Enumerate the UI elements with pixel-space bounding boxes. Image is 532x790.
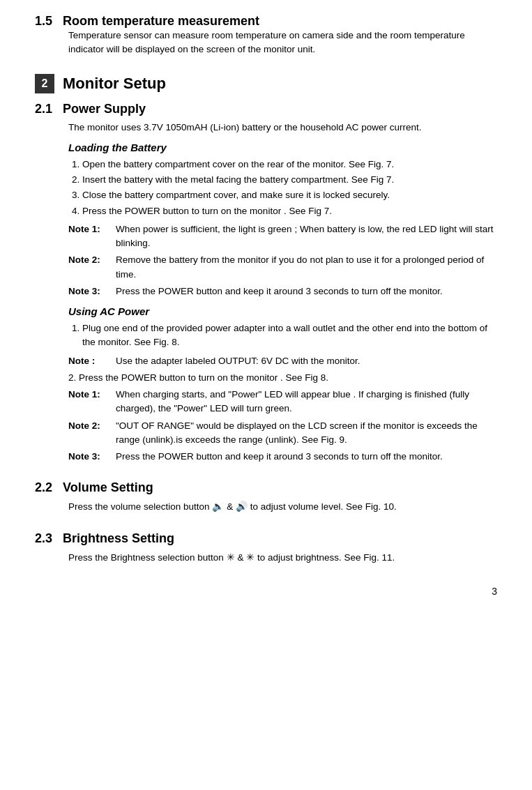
ac-note-2-text: "OUT OF RANGE" would be displayed on the… — [116, 419, 497, 448]
section-1-5-body: Temperature sensor can measure room temp… — [68, 29, 497, 57]
battery-note-1-text: When power is sufficient, the light is g… — [116, 222, 497, 251]
section-2-2-number: 2.2 — [35, 480, 63, 495]
battery-steps-list: Open the battery compartment cover on th… — [82, 158, 497, 218]
ac-note-1-label: Note 1: — [68, 388, 116, 416]
section-2-3-number: 2.3 — [35, 531, 63, 546]
ac-note-2: Note 2: "OUT OF RANGE" would be displaye… — [68, 419, 497, 448]
page-number: 3 — [35, 586, 497, 597]
section-2-3: 2.3 Brightness Setting Press the Brightn… — [35, 531, 497, 565]
ac-note-3-text: Press the POWER button and keep it aroun… — [116, 450, 497, 464]
battery-step-4: Press the POWER button to turn on the mo… — [82, 204, 497, 218]
section-1-5-title: Room temperature measurement — [63, 14, 259, 29]
brightness-body-prefix: Press the Brightness selection button — [68, 552, 224, 563]
ac-step-1: Plug one end of the provided power adapt… — [82, 321, 497, 350]
battery-step-3: Close the battery compartment cover, and… — [82, 188, 497, 202]
ac-note-between-label: Note : — [68, 354, 116, 368]
section-2-2-title: Volume Setting — [63, 480, 153, 495]
section-2-3-body: Press the Brightness selection button ✳ … — [68, 550, 497, 565]
section-2-1: 2.1 Power Supply The monitor uses 3.7V 1… — [35, 102, 497, 464]
ac-note-2-label: Note 2: — [68, 419, 116, 448]
volume-body-prefix: Press the volume selection button — [68, 501, 210, 512]
section-2-1-number: 2.1 — [35, 102, 63, 116]
brightness-body-mid: & — [237, 552, 246, 563]
section-1-5-number: 1.5 — [35, 14, 63, 29]
section-2-title: Monitor Setup — [63, 75, 166, 93]
ac-note-between-text: Use the adapter labeled OUTPUT: 6V DC wi… — [116, 354, 497, 368]
section-2-2: 2.2 Volume Setting Press the volume sele… — [35, 480, 497, 514]
battery-subtitle: Loading the Battery — [68, 142, 497, 153]
section-2-header: 2 Monitor Setup — [35, 74, 497, 93]
battery-note-2-text: Remove the battery from the monitor if y… — [116, 253, 497, 282]
brightness-body-suffix: to adjust brightness. See Fig. 11. — [257, 552, 395, 563]
ac-note-1: Note 1: When charging starts, and "Power… — [68, 388, 497, 416]
section-2-2-body: Press the volume selection button 🔈 & 🔊 … — [68, 499, 497, 514]
section-2-3-title: Brightness Setting — [63, 531, 174, 546]
battery-note-3: Note 3: Press the POWER button and keep … — [68, 284, 497, 298]
section-2-1-title: Power Supply — [63, 102, 146, 116]
battery-note-1: Note 1: When power is sufficient, the li… — [68, 222, 497, 251]
volume-body-suffix: to adjust volume level. See Fig. 10. — [250, 501, 397, 512]
ac-subtitle: Using AC Power — [68, 305, 497, 317]
section-1-5: 1.5 Room temperature measurement Tempera… — [35, 14, 497, 57]
section-2-1-intro: The monitor uses 3.7V 1050mAH (Li-ion) b… — [68, 121, 497, 135]
battery-step-1: Open the battery compartment cover on th… — [82, 158, 497, 172]
ac-note-1-text: When charging starts, and "Power" LED wi… — [116, 388, 497, 416]
brightness-icon-low: ✳ — [227, 552, 235, 563]
brightness-icon-high: ✳ — [246, 552, 254, 563]
battery-note-3-text: Press the POWER button and keep it aroun… — [116, 284, 497, 298]
section-2-badge: 2 — [35, 74, 54, 93]
ac-note-3-label: Note 3: — [68, 450, 116, 464]
volume-icon-high: 🔊 — [236, 501, 248, 512]
battery-note-1-label: Note 1: — [68, 222, 116, 251]
volume-icon-low: 🔈 — [212, 501, 224, 512]
ac-step-2: 2. Press the POWER button to turn on the… — [68, 371, 497, 385]
battery-note-3-label: Note 3: — [68, 284, 116, 298]
battery-note-2: Note 2: Remove the battery from the moni… — [68, 253, 497, 282]
ac-steps-list: Plug one end of the provided power adapt… — [82, 321, 497, 350]
ac-note-3: Note 3: Press the POWER button and keep … — [68, 450, 497, 464]
volume-body-mid: & — [227, 501, 236, 512]
ac-note-between: Note : Use the adapter labeled OUTPUT: 6… — [68, 354, 497, 368]
battery-note-2-label: Note 2: — [68, 253, 116, 282]
battery-step-2: Insert the battery with the metal facing… — [82, 173, 497, 187]
